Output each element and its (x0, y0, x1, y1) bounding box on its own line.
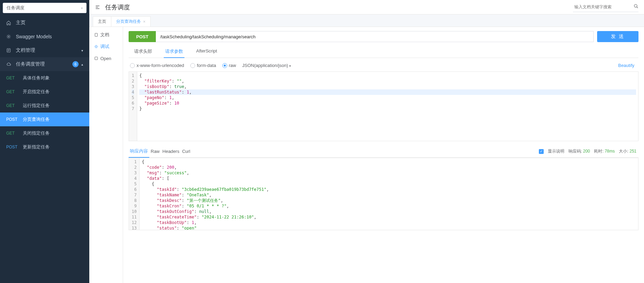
subtab-afterscript[interactable]: AfterScript (195, 46, 219, 58)
radio-label: form-data (197, 63, 216, 68)
left-tab-doc[interactable]: 文档 (89, 29, 123, 41)
resp-size-value: 251 (630, 149, 636, 154)
page-tabs: 主页分页查询任务× (89, 14, 644, 27)
method-badge: GET (6, 89, 23, 94)
count-badge: 6 (72, 61, 79, 67)
sidebar-module-label: 任务调度 (7, 5, 24, 11)
method-pill[interactable]: POST (129, 31, 156, 42)
document-icon (94, 33, 98, 37)
url-input[interactable]: /taskScheduling/taskScheduling/manage/se… (156, 31, 594, 42)
sidebar-endpoint[interactable]: GET关闭指定任务 (0, 126, 89, 140)
sidebar-item-swagger-models[interactable]: Swagger Models (0, 30, 89, 43)
sidebar: 任务调度 ▾ 主页 Swagger Models 文档管理 ▾ (0, 0, 89, 283)
svg-point-2 (634, 4, 637, 7)
close-icon[interactable]: × (143, 19, 145, 24)
request-subtabs: 请求头部 请求参数 AfterScript (129, 46, 638, 58)
radio-label: x-www-form-urlencoded (137, 63, 184, 68)
radio-label: raw (229, 63, 236, 68)
chevron-down-icon: ▾ (81, 49, 83, 52)
left-tab-open[interactable]: Open (89, 52, 123, 64)
request-row: POST /taskScheduling/taskScheduling/mana… (129, 31, 638, 42)
left-tabs: 文档 调试 Open (89, 27, 123, 283)
endpoint-label: 具体任务对象 (23, 75, 50, 81)
chevron-down-icon: ▾ (289, 64, 291, 68)
response-body-editor[interactable]: 12345678910111213141516 { "code": 200, "… (129, 158, 638, 230)
raw-type-label: JSON(application/json) (242, 63, 288, 68)
sidebar-endpoint[interactable]: GET运行指定任务 (0, 99, 89, 113)
method-badge: GET (6, 131, 23, 136)
sidebar-item-label: Swagger Models (16, 34, 52, 39)
request-body-editor[interactable]: 1234567 { "filterKey": "", "isBootUp": t… (129, 71, 638, 141)
collapse-sidebar-icon[interactable] (95, 4, 100, 10)
raw-type-select[interactable]: JSON(application/json) ▾ (242, 63, 291, 68)
left-tab-debug[interactable]: 调试 (89, 41, 123, 52)
resp-code-value: 200 (583, 149, 590, 154)
document-icon (6, 48, 12, 53)
subtab-header[interactable]: 请求头部 (133, 46, 153, 58)
resp-time-label: 耗时: (594, 149, 603, 154)
radio-formdata[interactable]: form-data (190, 63, 216, 68)
resp-size-label: 大小: (619, 149, 628, 154)
resp-tab-raw[interactable]: Raw (149, 146, 161, 157)
page-tab[interactable]: 主页 (93, 16, 111, 27)
home-icon (6, 20, 12, 25)
subtab-params[interactable]: 请求参数 (164, 46, 184, 58)
sidebar-endpoint[interactable]: POST更新指定任务 (0, 140, 89, 154)
left-tab-label: 调试 (100, 43, 109, 50)
method-badge: GET (6, 76, 23, 80)
sidebar-item-label: 文档管理 (16, 47, 35, 53)
chevron-up-icon: ▴ (81, 62, 83, 66)
bug-icon (94, 45, 98, 49)
sidebar-endpoint[interactable]: GET开启指定任务 (0, 85, 89, 99)
svg-rect-5 (95, 57, 98, 60)
show-desc-label: 显示说明 (548, 148, 564, 154)
beautify-button[interactable]: Beautify (618, 63, 637, 68)
resp-tab-headers[interactable]: Headers (161, 146, 181, 157)
endpoint-label: 关闭指定任务 (23, 130, 50, 136)
body-type-row: x-www-form-urlencoded form-data raw JSON… (129, 59, 638, 71)
sidebar-item-doc-manage[interactable]: 文档管理 ▾ (0, 43, 89, 57)
left-tab-label: Open (100, 56, 111, 61)
models-icon (6, 34, 12, 39)
resp-tab-content[interactable]: 响应内容 (129, 145, 149, 158)
page-title: 任务调度 (105, 3, 568, 11)
response-subtabs: 响应内容 Raw Headers Curl ✓ 显示说明 响应码: 200 耗时… (129, 145, 638, 158)
method-badge: GET (6, 103, 23, 108)
topbar: 任务调度 (89, 0, 644, 14)
sidebar-module-select[interactable]: 任务调度 ▾ (3, 3, 87, 13)
svg-point-0 (8, 36, 9, 37)
svg-point-4 (95, 46, 97, 48)
method-badge: POST (6, 117, 23, 122)
left-tab-label: 文档 (100, 32, 109, 38)
method-badge: POST (6, 145, 23, 149)
search-input[interactable] (573, 2, 638, 12)
sidebar-item-label: 任务调度管理 (16, 61, 45, 67)
sidebar-item-label: 主页 (16, 20, 26, 26)
search-icon[interactable] (634, 4, 638, 9)
sidebar-item-task-sched-manage[interactable]: 任务调度管理 6 ▴ (0, 57, 89, 71)
radio-xform[interactable]: x-www-form-urlencoded (130, 63, 184, 68)
page-tab-label: 主页 (98, 19, 106, 25)
endpoint-label: 开启指定任务 (23, 89, 50, 95)
sidebar-endpoint[interactable]: POST分页查询任务 (0, 113, 89, 126)
open-icon (94, 56, 98, 60)
endpoint-label: 更新指定任务 (23, 144, 50, 150)
sidebar-endpoint[interactable]: GET具体任务对象 (0, 71, 89, 85)
resp-time-value: 78ms (605, 149, 615, 154)
send-button[interactable]: 发 送 (597, 31, 638, 42)
sidebar-item-home[interactable]: 主页 (0, 16, 89, 30)
page-tab-label: 分页查询任务 (116, 19, 141, 25)
endpoint-label: 分页查询任务 (23, 116, 50, 123)
resp-code-label: 响应码: (568, 149, 582, 154)
chevron-down-icon: ▾ (81, 6, 83, 10)
radio-raw[interactable]: raw (222, 63, 236, 68)
svg-rect-3 (95, 33, 98, 37)
show-desc-checkbox[interactable]: ✓ (539, 149, 544, 154)
endpoint-label: 运行指定任务 (23, 103, 50, 109)
resp-tab-curl[interactable]: Curl (181, 146, 192, 157)
cloud-icon (6, 62, 12, 67)
page-tab[interactable]: 分页查询任务× (111, 16, 151, 27)
main-panel: 任务调度 主页分页查询任务× 文档 (89, 0, 644, 283)
